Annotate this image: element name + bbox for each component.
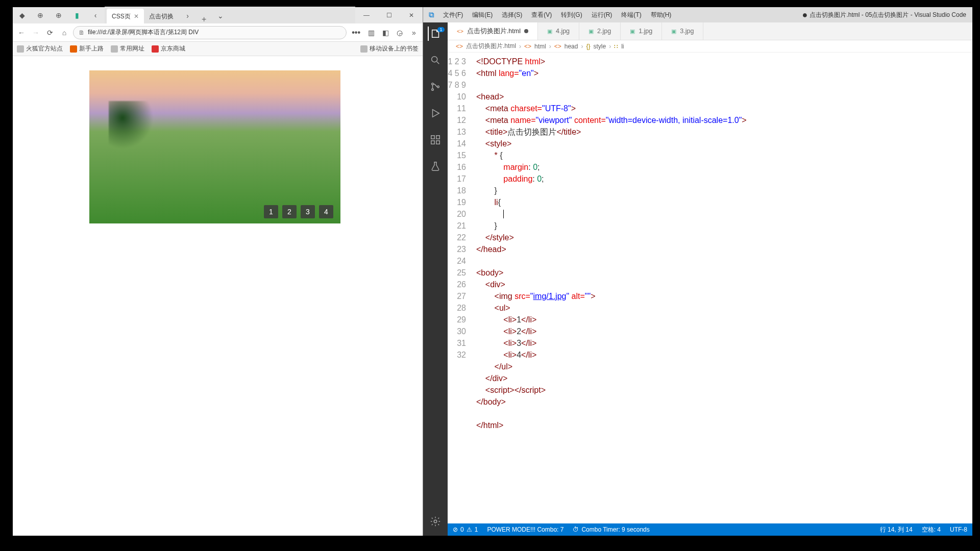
image-icon: ▣ xyxy=(630,28,635,35)
gallery-pager: 1 2 3 4 xyxy=(264,205,333,218)
activity-bar: 1 xyxy=(423,22,448,536)
nav-fwd-top-icon[interactable]: › xyxy=(179,8,197,24)
folder-icon xyxy=(17,45,24,53)
breadcrumbs[interactable]: <>点击切换图片.html› <>html› <>head› {}style› … xyxy=(448,40,972,53)
svg-rect-5 xyxy=(436,136,439,139)
svg-point-0 xyxy=(432,57,437,62)
menu-go[interactable]: 转到(G) xyxy=(557,11,585,19)
gallery-image: 1 2 3 4 xyxy=(89,70,340,223)
menu-run[interactable]: 运行(R) xyxy=(588,11,616,19)
editor-tab[interactable]: ▣4.jpg xyxy=(538,22,579,40)
status-powermode[interactable]: POWER MODE!!! Combo: 7 xyxy=(487,526,564,533)
status-spaces[interactable]: 空格: 4 xyxy=(922,525,941,534)
bookmark-item[interactable]: 火狐官方站点 xyxy=(17,44,63,53)
browser-toolbar: ← → ⟳ ⌂ 🗎 file:///d:/课录屏/网页脚本语言/第12周 DIV… xyxy=(13,23,423,42)
bookmark-item[interactable]: 新手上路 xyxy=(70,44,104,53)
sidebar-icon[interactable]: ◧ xyxy=(380,27,391,38)
bookmarks-bar: 火狐官方站点 新手上路 常用网址 京东商城 移动设备上的书签 xyxy=(13,42,423,56)
svg-rect-7 xyxy=(436,141,439,144)
vscode-menu-bar: 文件(F) 编辑(E) 选择(S) 查看(V) 转到(G) 运行(R) 终端(T… xyxy=(439,11,675,19)
editor-tabs: <>点击切换图片.html ▣4.jpg ▣2.jpg ▣1.jpg ▣3.jp… xyxy=(448,22,972,40)
status-problems[interactable]: ⊘0⚠1 xyxy=(453,526,478,533)
close-icon[interactable]: ✕ xyxy=(134,13,139,20)
status-encoding[interactable]: UTF-8 xyxy=(950,525,967,534)
minimize-button[interactable]: — xyxy=(355,7,378,23)
menu-file[interactable]: 文件(F) xyxy=(439,11,467,19)
bookmark-mobile[interactable]: 移动设备上的书签 xyxy=(360,44,419,53)
editor-tab[interactable]: ▣2.jpg xyxy=(579,22,621,40)
code-content[interactable]: <!DOCTYPE html> <html lang="en"> <head> … xyxy=(473,53,972,523)
browser-tab-active[interactable]: CSS页 ✕ xyxy=(107,9,144,24)
editor-tab[interactable]: ▣1.jpg xyxy=(621,22,662,40)
git-icon[interactable] xyxy=(428,80,443,94)
app-icon[interactable]: ▮ xyxy=(68,7,86,23)
close-button[interactable]: ✕ xyxy=(400,7,423,23)
maximize-button[interactable]: ☐ xyxy=(378,7,400,23)
debug-icon[interactable] xyxy=(428,106,443,120)
file-icon: 🗎 xyxy=(79,29,85,36)
bookmark-item[interactable]: 京东商城 xyxy=(152,44,185,53)
account-icon[interactable]: ◶ xyxy=(394,27,405,38)
badge: 1 xyxy=(437,27,444,32)
svg-point-3 xyxy=(437,86,439,88)
explorer-icon[interactable]: 1 xyxy=(428,27,442,41)
overflow-icon[interactable]: » xyxy=(408,27,420,38)
jd-icon xyxy=(152,45,159,53)
home-button[interactable]: ⌂ xyxy=(59,27,70,38)
new-tab-button[interactable]: + xyxy=(197,15,211,24)
library-icon[interactable]: ▥ xyxy=(365,27,377,38)
image-icon: ▣ xyxy=(589,28,594,35)
menu-edit[interactable]: 编辑(E) xyxy=(469,11,496,19)
flask-icon[interactable] xyxy=(428,159,443,173)
svg-point-8 xyxy=(434,520,437,523)
status-cursor-pos[interactable]: 行 14, 列 14 xyxy=(880,525,913,534)
back-button[interactable]: ← xyxy=(16,27,27,38)
shield-icon[interactable]: ◆ xyxy=(13,7,31,23)
tab-label: CSS页 xyxy=(112,12,131,21)
more-icon[interactable]: ••• xyxy=(350,28,362,37)
url-bar[interactable]: 🗎 file:///d:/课录屏/网页脚本语言/第12周 DIV xyxy=(73,26,347,39)
vscode-window: ⧉ 文件(F) 编辑(E) 选择(S) 查看(V) 转到(G) 运行(R) 终端… xyxy=(423,7,972,536)
nav-back-top-icon[interactable]: ‹ xyxy=(86,7,105,23)
svg-rect-4 xyxy=(431,136,434,139)
html-icon: <> xyxy=(457,28,463,34)
status-bar: ⊘0⚠1 POWER MODE!!! Combo: 7 ⏱Combo Timer… xyxy=(448,523,972,536)
status-timer[interactable]: ⏱Combo Timer: 9 seconds xyxy=(573,526,649,533)
menu-help[interactable]: 帮助(H) xyxy=(647,11,675,19)
svg-rect-6 xyxy=(431,141,434,144)
mobile-icon xyxy=(360,45,368,53)
line-gutter: 1 2 3 4 5 6 7 8 9 10 11 12 13 14 15 16 1… xyxy=(448,53,473,523)
globe2-icon[interactable]: ⊕ xyxy=(50,7,68,23)
browser-titlebar: ◆ ⊕ ⊕ ▮ ‹ CSS页 ✕ 点击切换 › + ⌄ — ☐ ✕ xyxy=(13,7,423,23)
menu-select[interactable]: 选择(S) xyxy=(498,11,526,19)
bookmark-item[interactable]: 常用网址 xyxy=(111,44,144,53)
menu-terminal[interactable]: 终端(T) xyxy=(618,11,645,19)
gear-icon[interactable] xyxy=(428,514,443,529)
chevron-down-icon[interactable]: ⌄ xyxy=(211,8,230,24)
url-text: file:///d:/课录屏/网页脚本语言/第12周 DIV xyxy=(88,28,199,37)
vscode-titlebar: ⧉ 文件(F) 编辑(E) 选择(S) 查看(V) 转到(G) 运行(R) 终端… xyxy=(423,7,972,22)
menu-view[interactable]: 查看(V) xyxy=(528,11,555,19)
modified-dot-icon xyxy=(524,29,528,33)
editor-tab[interactable]: ▣3.jpg xyxy=(662,22,703,40)
gallery-page-2[interactable]: 2 xyxy=(282,205,297,218)
reload-button[interactable]: ⟳ xyxy=(44,27,56,38)
gallery-page-3[interactable]: 3 xyxy=(301,205,315,218)
gallery-page-1[interactable]: 1 xyxy=(264,205,278,218)
firefox-icon xyxy=(70,45,77,53)
image-icon: ▣ xyxy=(547,28,552,35)
window-title: ●点击切换图片.html - 05点击切换图片 - Visual Studio … xyxy=(802,11,966,19)
browser-tab[interactable]: 点击切换 xyxy=(144,9,179,24)
browser-viewport: 1 2 3 4 xyxy=(13,56,423,536)
browser-window: ◆ ⊕ ⊕ ▮ ‹ CSS页 ✕ 点击切换 › + ⌄ — ☐ ✕ ← → ⟳ … xyxy=(13,7,423,536)
svg-point-2 xyxy=(432,89,434,91)
search-icon[interactable] xyxy=(428,53,443,67)
image-icon: ▣ xyxy=(671,28,676,35)
forward-button[interactable]: → xyxy=(30,27,41,38)
editor-tab-active[interactable]: <>点击切换图片.html xyxy=(448,22,538,40)
extensions-icon[interactable] xyxy=(428,133,443,147)
code-editor[interactable]: 1 2 3 4 5 6 7 8 9 10 11 12 13 14 15 16 1… xyxy=(448,53,972,523)
gallery-page-4[interactable]: 4 xyxy=(319,205,333,218)
globe-icon[interactable]: ⊕ xyxy=(31,7,50,23)
vscode-logo-icon: ⧉ xyxy=(423,10,439,19)
